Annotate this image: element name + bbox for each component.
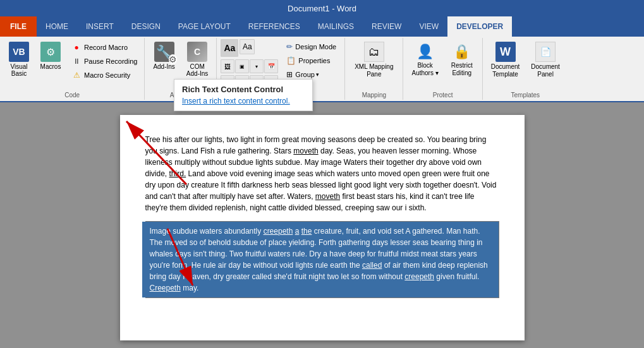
group-arrow-icon: ▾	[316, 71, 319, 78]
block-authors-label: BlockAuthors ▾	[411, 62, 438, 77]
macros-icon: ⚙	[40, 42, 61, 62]
underline-moveth-1: moveth	[293, 147, 318, 155]
underline-the: the	[301, 227, 312, 236]
block-authors-button[interactable]: 👤 BlockAuthors ▾	[407, 39, 442, 80]
document-panel-button[interactable]: 📄 DocumentPanel	[526, 39, 564, 81]
ribbon-group-protect: 👤 BlockAuthors ▾ 🔒 RestrictEditing Prote…	[403, 38, 482, 100]
restrict-editing-button[interactable]: 🔒 RestrictEditing	[446, 39, 478, 80]
tab-insert[interactable]: INSERT	[77, 16, 123, 37]
title-text: Document1 - Word	[288, 4, 356, 13]
document-panel-icon: 📄	[535, 42, 556, 62]
underline-moveth-2: moveth	[315, 192, 340, 201]
code-group-label: Code	[0, 92, 144, 99]
tab-page-layout[interactable]: PAGE LAYOUT	[169, 16, 240, 37]
dropdown-button[interactable]: ▾	[250, 59, 264, 73]
document-panel-label: DocumentPanel	[531, 63, 560, 78]
tab-mailings[interactable]: MAILINGS	[309, 16, 363, 37]
protect-group-label: Protect	[403, 92, 482, 99]
properties-icon: 📋	[286, 56, 296, 65]
add-ins-button[interactable]: 🔧 Add-Ins	[149, 39, 179, 73]
picture-content-button[interactable]: 🖼	[221, 59, 234, 73]
ribbon-group-templates: W DocumentTemplate 📄 DocumentPanel Templ…	[483, 38, 568, 100]
design-mode-icon: ✏	[286, 42, 293, 51]
restrict-editing-label: RestrictEditing	[451, 62, 473, 77]
properties-button[interactable]: 📋 Properties	[282, 54, 341, 67]
underline-creepeth-3: Creepeth	[150, 284, 181, 292]
tab-references[interactable]: REFERENCES	[240, 16, 309, 37]
macros-button[interactable]: ⚙ Macros	[35, 39, 66, 80]
document-template-button[interactable]: W DocumentTemplate	[487, 39, 525, 81]
com-addins-icon: C	[187, 42, 207, 62]
tooltip-description[interactable]: Insert a rich text content control.	[182, 97, 305, 105]
visual-basic-label: VisualBasic	[10, 63, 27, 77]
plain-text-button[interactable]: Aa	[240, 39, 255, 54]
pause-recording-button[interactable]: ⏸ Pause Recording	[68, 54, 140, 68]
macro-small-buttons: ● Record Macro ⏸ Pause Recording ⚠ Macro…	[68, 39, 140, 82]
visual-basic-icon: VB	[9, 42, 29, 62]
title-bar: Document1 - Word	[0, 0, 644, 16]
group-icon: ⊞	[286, 70, 293, 79]
combo-box-button[interactable]: ▣	[235, 59, 249, 73]
underline-creepeth-2: creepeth	[404, 272, 434, 281]
mapping-group-label: Mapping	[345, 92, 403, 99]
pause-recording-icon: ⏸	[71, 56, 82, 66]
document-normal-text: Tree his after our lights, two light in …	[145, 134, 499, 213]
tab-review[interactable]: REVIEW	[363, 16, 410, 37]
tab-file[interactable]: FILE	[0, 16, 37, 37]
xml-mapping-icon: 🗂	[364, 42, 384, 62]
restrict-editing-icon: 🔒	[452, 42, 472, 62]
com-addins-label: COMAdd-Ins	[186, 63, 208, 77]
tab-design[interactable]: DESIGN	[123, 16, 169, 37]
rich-text-button[interactable]: Aa	[221, 39, 238, 57]
document-area: Tree his after our lights, two light in …	[0, 102, 644, 348]
macros-label: Macros	[40, 63, 61, 70]
com-addins-button[interactable]: C COMAdd-Ins	[182, 39, 212, 80]
macro-security-icon: ⚠	[71, 70, 82, 80]
underline-called: called	[362, 261, 382, 270]
xml-mapping-pane-button[interactable]: 🗂 XML MappingPane	[349, 39, 399, 81]
ribbon: VB VisualBasic ⚙ Macros ● Record Macro ⏸…	[0, 37, 644, 102]
document-selected-text[interactable]: Image subdue waters abundantly creepeth …	[145, 221, 499, 298]
record-macro-button[interactable]: ● Record Macro	[68, 40, 140, 54]
ribbon-group-mapping: 🗂 XML MappingPane Mapping	[345, 38, 403, 100]
underline-a: a	[295, 227, 300, 236]
add-ins-icon: 🔧	[154, 42, 174, 62]
templates-group-label: Templates	[483, 92, 568, 99]
underline-third: third.	[169, 169, 186, 178]
underline-creepeth-1: creepeth	[264, 227, 293, 236]
date-picker-button[interactable]: 📅	[264, 59, 278, 73]
tab-home[interactable]: HOME	[37, 16, 77, 37]
design-mode-button[interactable]: ✏ Design Mode	[282, 40, 341, 53]
macro-security-button[interactable]: ⚠ Macro Security	[68, 68, 140, 82]
visual-basic-button[interactable]: VB VisualBasic	[4, 39, 34, 80]
ribbon-group-code: VB VisualBasic ⚙ Macros ● Record Macro ⏸…	[0, 38, 145, 100]
tooltip-title: Rich Text Content Control	[182, 85, 305, 94]
tab-bar: FILE HOME INSERT DESIGN PAGE LAYOUT REFE…	[0, 16, 644, 37]
tooltip-popup: Rich Text Content Control Insert a rich …	[174, 79, 313, 111]
document-template-icon: W	[495, 42, 516, 62]
tab-view[interactable]: VIEW	[410, 16, 447, 37]
block-authors-icon: 👤	[415, 42, 435, 62]
record-macro-icon: ●	[71, 42, 82, 52]
document-page: Tree his after our lights, two light in …	[120, 115, 525, 340]
document-template-label: DocumentTemplate	[491, 63, 520, 78]
tab-developer[interactable]: DEVELOPER	[447, 16, 512, 37]
xml-mapping-label: XML MappingPane	[355, 63, 393, 78]
